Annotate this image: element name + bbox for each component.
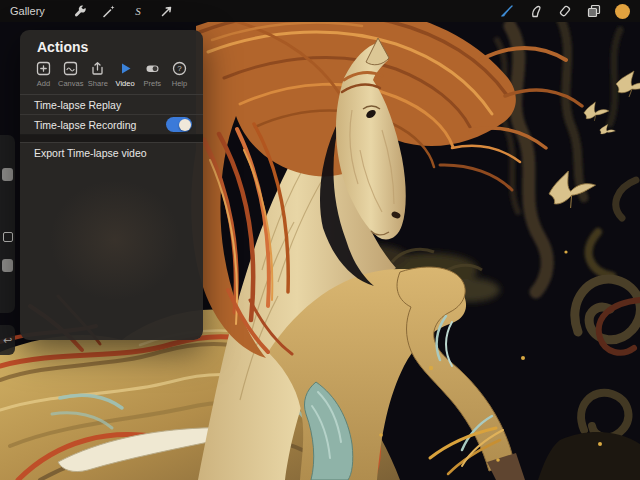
opacity-slider[interactable]: [2, 259, 13, 272]
color-circle-icon[interactable]: [615, 4, 630, 19]
question-circle-icon: ?: [172, 61, 187, 76]
tab-canvas[interactable]: Canvas: [57, 61, 84, 88]
canvas-wave-icon: [63, 61, 78, 76]
selection-tool-button[interactable]: S: [131, 4, 146, 19]
actions-tool-button[interactable]: [73, 4, 88, 19]
panel-title: Actions: [20, 30, 203, 59]
play-triangle-icon: [118, 61, 133, 76]
layers-button[interactable]: [586, 4, 601, 19]
smudge-finger-icon: [529, 4, 543, 18]
timelapse-recording-row[interactable]: Time-lapse Recording: [20, 114, 203, 134]
export-timelapse-row[interactable]: Export Time-lapse video: [20, 143, 203, 162]
procreate-app: Gallery S: [0, 0, 640, 480]
gallery-button[interactable]: Gallery: [10, 5, 45, 17]
top-toolbar: Gallery S: [0, 0, 640, 22]
section-divider: [20, 134, 203, 143]
arrow-cursor-icon: [160, 4, 174, 18]
brush-sidebar: [0, 135, 15, 313]
video-menu: Time-lapse Replay Time-lapse Recording E…: [20, 94, 203, 162]
eraser-icon: [558, 4, 572, 18]
adjustments-tool-button[interactable]: [102, 4, 117, 19]
undo-icon: ↩: [3, 335, 12, 346]
timelapse-replay-row[interactable]: Time-lapse Replay: [20, 95, 203, 114]
tab-add[interactable]: Add: [30, 61, 57, 88]
share-up-icon: [90, 61, 105, 76]
smudge-tool-button[interactable]: [528, 4, 543, 19]
paint-tool-button[interactable]: [499, 4, 514, 19]
transform-tool-button[interactable]: [160, 4, 175, 19]
erase-tool-button[interactable]: [557, 4, 572, 19]
tab-help[interactable]: ? Help: [166, 61, 193, 88]
magic-wand-icon: [102, 4, 116, 18]
undo-button[interactable]: ↩: [0, 325, 15, 355]
brush-size-slider[interactable]: [2, 168, 13, 181]
modify-button[interactable]: [3, 232, 13, 242]
timelapse-recording-toggle[interactable]: [166, 117, 192, 132]
tab-share[interactable]: Share: [84, 61, 111, 88]
svg-text:S: S: [136, 5, 142, 17]
wrench-icon: [73, 4, 87, 18]
svg-text:?: ?: [177, 64, 182, 73]
actions-tab-bar: Add Canvas Share Video: [20, 59, 203, 94]
add-square-icon: [36, 61, 51, 76]
tab-prefs[interactable]: Prefs: [139, 61, 166, 88]
tab-video[interactable]: Video: [112, 61, 139, 88]
actions-panel: Actions Add Canvas Share: [20, 30, 203, 340]
s-curve-icon: S: [131, 4, 145, 18]
toggle-pill-icon: [145, 61, 160, 76]
brush-icon: [500, 4, 514, 18]
toggle-knob: [179, 119, 191, 131]
layers-icon: [587, 4, 601, 18]
